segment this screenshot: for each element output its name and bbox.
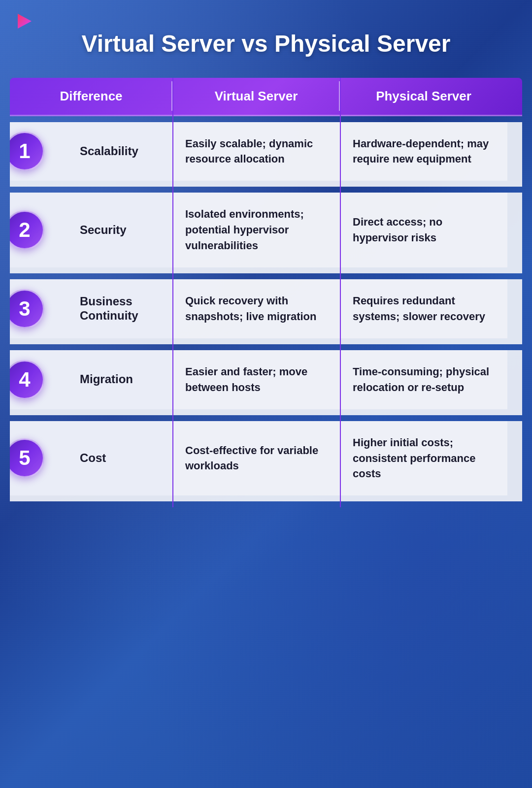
header-physical: Physical Server — [340, 78, 507, 115]
virtual-cell-3: Quick recovery with snapshots; live migr… — [172, 279, 340, 338]
virtual-cell-4: Easier and faster; move between hosts — [172, 350, 340, 409]
physical-cell-5: Higher initial costs; consistent perform… — [340, 421, 507, 496]
number-badge-1: 1 — [10, 131, 44, 171]
physical-cell-1: Hardware-dependent; may require new equi… — [340, 122, 507, 181]
table-row: 5 Cost Cost-effective for variable workl… — [10, 421, 522, 502]
title-section: Virtual Server vs Physical Server — [0, 15, 532, 73]
diff-label-3: Business Continuity — [39, 295, 163, 323]
physical-cell-2: Direct access; no hypervisor risks — [340, 193, 507, 267]
diff-label-4: Migration — [39, 372, 133, 387]
virtual-cell-5: Cost-effective for variable workloads — [172, 421, 340, 496]
comparison-table: Difference Virtual Server Physical Serve… — [10, 78, 522, 508]
table-header: Difference Virtual Server Physical Serve… — [10, 78, 522, 116]
table-row: 1 Scalability Easily scalable; dynamic r… — [10, 122, 522, 187]
table-row: 3 Business Continuity Quick recovery wit… — [10, 279, 522, 344]
divider-line-1 — [172, 78, 173, 508]
diff-cell-4: 4 Migration — [10, 350, 172, 409]
diff-cell-1: 1 Scalability — [10, 122, 172, 181]
table-row: 2 Security Isolated environments; potent… — [10, 193, 522, 273]
header-virtual: Virtual Server — [172, 78, 340, 115]
diff-label-5: Cost — [39, 451, 106, 465]
diff-label-1: Scalability — [39, 144, 138, 159]
diff-cell-5: 5 Cost — [10, 421, 172, 496]
number-badge-2: 2 — [10, 210, 44, 250]
brand-logo — [14, 11, 34, 32]
virtual-cell-2: Isolated environments; potential hypervi… — [172, 193, 340, 267]
table-row: 4 Migration Easier and faster; move betw… — [10, 350, 522, 415]
row-gap-0 — [10, 116, 522, 122]
virtual-cell-1: Easily scalable; dynamic resource alloca… — [172, 122, 340, 181]
physical-cell-3: Requires redundant systems; slower recov… — [340, 279, 507, 338]
row-gap-5 — [10, 501, 522, 507]
diff-cell-3: 3 Business Continuity — [10, 279, 172, 338]
number-badge-5: 5 — [10, 438, 44, 478]
row-gap-1 — [10, 187, 522, 193]
row-gap-2 — [10, 273, 522, 279]
page-title: Virtual Server vs Physical Server — [10, 30, 522, 58]
header-difference: Difference — [10, 78, 172, 115]
row-gap-3 — [10, 344, 522, 350]
svg-marker-0 — [18, 14, 32, 29]
diff-label-2: Security — [39, 223, 127, 237]
diff-cell-2: 2 Security — [10, 193, 172, 267]
divider-line-2 — [340, 78, 341, 508]
row-gap-4 — [10, 415, 522, 421]
physical-cell-4: Time-consuming; physical relocation or r… — [340, 350, 507, 409]
number-badge-4: 4 — [10, 360, 44, 399]
